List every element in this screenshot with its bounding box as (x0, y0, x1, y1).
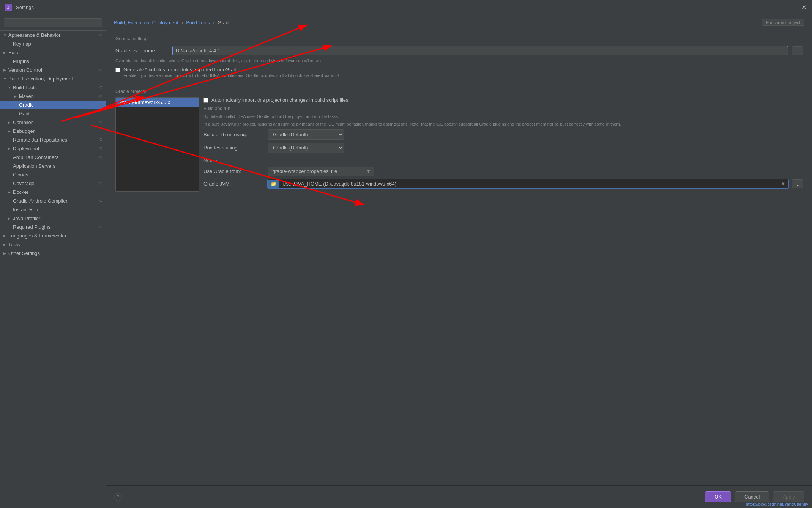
sidebar-item-coverage[interactable]: Coverage ⚙ (0, 179, 106, 188)
sidebar-item-label: Compiler (13, 120, 98, 125)
sidebar-item-label: Instant Run (13, 207, 103, 212)
dropdown-arrow-icon: ▼ (366, 168, 371, 174)
close-button[interactable]: ✕ (800, 4, 807, 11)
generate-iml-row: Generate *.iml files for modules importe… (115, 67, 803, 78)
expand-arrow: ▶ (8, 120, 13, 124)
panel-body: General settings Gradle user home: ... O… (106, 30, 812, 485)
expand-arrow: ▶ (8, 129, 13, 133)
settings-icon: ⚙ (99, 102, 103, 107)
search-input[interactable] (4, 18, 102, 27)
run-tests-using-row: Run tests using: Gradle (Default) (203, 143, 803, 153)
url-bar: https://blog.csdn.net/YangCheney (746, 502, 808, 506)
sidebar-item-appearance[interactable]: ▼ Appearance & Behavior ⚙ (0, 31, 106, 39)
sidebar-item-required-plugins[interactable]: Required Plugins ⚙ (0, 223, 106, 231)
expand-arrow: ▶ (3, 68, 8, 72)
breadcrumb-current: Gradle (218, 20, 232, 25)
gradle-user-home-row: Gradle user home: ... (115, 46, 803, 55)
build-run-using-label: Build and run using: (203, 132, 264, 137)
build-run-using-select[interactable]: Gradle (Default) (268, 129, 344, 140)
sidebar-item-label: Arquillian Containers (13, 154, 98, 160)
sidebar-item-version-control[interactable]: ▶ Version Control ⚙ (0, 66, 106, 74)
project-options: Automatically import this project on cha… (203, 97, 803, 192)
cancel-button[interactable]: Cancel (735, 491, 769, 502)
build-run-using-row: Build and run using: Gradle (Default) (203, 129, 803, 140)
apply-button[interactable]: Apply (773, 491, 804, 502)
run-tests-using-select[interactable]: Gradle (Default) (268, 143, 344, 153)
gradle-jvm-browse-button[interactable]: ... (792, 179, 803, 188)
settings-icon: ⚙ (99, 120, 103, 125)
settings-icon: ⚙ (99, 198, 103, 203)
main-content: ▼ Appearance & Behavior ⚙ Keymap ▶ Edito… (0, 15, 812, 508)
sidebar-item-keymap[interactable]: Keymap (0, 39, 106, 48)
project-list-item[interactable]: spring-framework-5.0.x (116, 98, 199, 107)
sidebar-item-arquillian[interactable]: Arquillian Containers ⚙ (0, 153, 106, 162)
sidebar-item-deployment[interactable]: ▶ Deployment ⚙ (0, 144, 106, 153)
build-run-section: Build and run By default IntelliJ IDEA u… (203, 106, 803, 153)
sidebar-item-label: Gradle-Android Compiler (13, 198, 98, 204)
bottom-bar: ? OK Cancel Apply (106, 485, 812, 508)
breadcrumb-separator: › (181, 20, 183, 25)
sidebar-item-editor[interactable]: ▶ Editor (0, 48, 106, 57)
ok-button[interactable]: OK (705, 491, 731, 502)
sidebar-item-clouds[interactable]: Clouds (0, 170, 106, 179)
general-settings-title: General settings (115, 36, 803, 41)
sidebar-item-build-exec[interactable]: ▼ Build, Execution, Deployment (0, 74, 106, 83)
settings-icon: ⚙ (99, 33, 103, 38)
sidebar-item-tools[interactable]: ▶ Tools (0, 240, 106, 249)
build-desc-2: In a pure Java/Kotlin project, building … (203, 122, 803, 126)
section-divider (115, 83, 803, 83)
gradle-jvm-row: Gradle JVM: 📁 Use JAVA_HOME (D:\Java\jdk… (203, 179, 803, 189)
sidebar-item-label: Tools (8, 242, 103, 247)
gradle-user-home-browse-button[interactable]: ... (792, 46, 803, 55)
sidebar-item-label: Version Control (8, 67, 98, 73)
sidebar-item-gant[interactable]: Gant (0, 109, 106, 118)
help-button[interactable]: ? (114, 493, 122, 501)
jvm-dropdown-arrow[interactable]: ▼ (777, 179, 788, 188)
sidebar-item-maven[interactable]: ▶ Maven ⚙ (0, 92, 106, 101)
expand-arrow: ▶ (3, 242, 8, 247)
sidebar-item-label: Debugger (13, 128, 103, 134)
settings-icon: ⚙ (99, 146, 103, 151)
breadcrumb-item-build-tools[interactable]: Build Tools (186, 20, 210, 25)
generate-iml-checkbox[interactable] (115, 68, 120, 72)
sidebar-item-label: Languages & Frameworks (8, 233, 103, 239)
sidebar-item-app-servers[interactable]: Application Servers (0, 162, 106, 170)
expand-arrow: ▶ (8, 190, 13, 194)
run-tests-using-label: Run tests using: (203, 145, 264, 151)
sidebar-item-label: Build Tools (13, 85, 98, 90)
sidebar-item-label: Deployment (13, 146, 98, 151)
auto-import-label: Automatically import this project on cha… (211, 97, 348, 103)
sidebar-item-languages[interactable]: ▶ Languages & Frameworks (0, 231, 106, 240)
gradle-projects-label: Gradle projects (115, 89, 803, 94)
sidebar-item-label: Gradle (19, 102, 98, 108)
sidebar-item-label: Other Settings (8, 250, 103, 256)
gradle-user-home-input[interactable] (172, 46, 788, 55)
sidebar-item-compiler[interactable]: ▶ Compiler ⚙ (0, 118, 106, 127)
expand-arrow: ▶ (3, 50, 8, 55)
sidebar-item-label: Keymap (13, 41, 103, 47)
breadcrumb-item-build-exec[interactable]: Build, Execution, Deployment (114, 20, 178, 25)
breadcrumb-tag: For current project (762, 19, 804, 26)
settings-icon: ⚙ (99, 94, 103, 99)
sidebar-item-gradle-android[interactable]: Gradle-Android Compiler ⚙ (0, 197, 106, 205)
sidebar: ▼ Appearance & Behavior ⚙ Keymap ▶ Edito… (0, 15, 106, 508)
settings-icon: ⚙ (99, 137, 103, 142)
gradle-user-home-label: Gradle user home: (115, 48, 169, 53)
generate-iml-hint: Enable if you have a mixed project with … (123, 73, 339, 78)
gradle-jvm-value: Use JAVA_HOME (D:\Java\jdk-8u181-windows… (279, 179, 777, 188)
gradle-jvm-select-container[interactable]: 📁 Use JAVA_HOME (D:\Java\jdk-8u181-windo… (267, 179, 789, 189)
sidebar-item-plugins[interactable]: Plugins (0, 57, 106, 66)
use-gradle-from-select[interactable]: 'gradle-wrapper.properties' file ▼ (268, 167, 374, 176)
sidebar-item-instant-run[interactable]: Instant Run (0, 205, 106, 214)
sidebar-item-other-settings[interactable]: ▶ Other Settings (0, 249, 106, 258)
sidebar-item-docker[interactable]: ▶ Docker (0, 188, 106, 197)
settings-icon: ⚙ (99, 181, 103, 186)
sidebar-item-build-tools[interactable]: ▼ Build Tools ⚙ (0, 83, 106, 92)
sidebar-item-gradle[interactable]: Gradle ⚙ (0, 101, 106, 109)
build-desc-1: By default IntelliJ IDEA uses Gradle to … (203, 114, 803, 119)
sidebar-item-remote-jar[interactable]: Remote Jar Repositories ⚙ (0, 135, 106, 144)
sidebar-item-debugger[interactable]: ▶ Debugger (0, 127, 106, 135)
sidebar-item-label: Editor (8, 50, 103, 55)
auto-import-checkbox[interactable] (203, 98, 208, 103)
sidebar-item-java-profiler[interactable]: ▶ Java Profiler (0, 214, 106, 223)
